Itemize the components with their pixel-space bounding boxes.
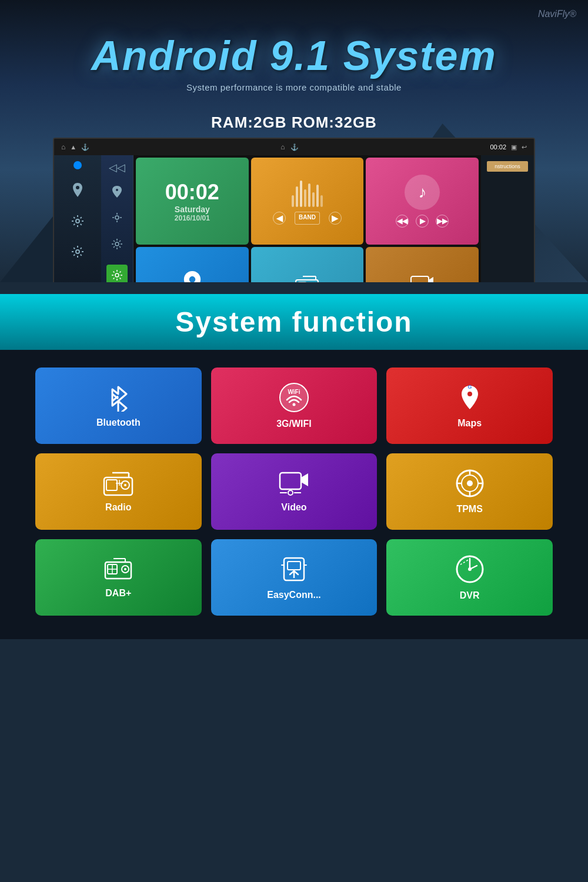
dvr-label: DVR (460, 590, 480, 601)
svg-text:G: G (467, 384, 472, 390)
status-bar-left: ⌂ ▲ ⚓ (61, 143, 89, 151)
svg-point-30 (467, 480, 473, 486)
feature-card-dvr[interactable]: DVR (386, 539, 553, 616)
svg-point-1 (76, 250, 79, 253)
tpms-icon (455, 469, 485, 498)
hero-subtitle: System performance is more compatible an… (186, 82, 402, 92)
video-feature-icon (279, 470, 309, 496)
screen-right-panel: nstructions NaviFly® (481, 155, 534, 282)
status-time: 00:02 (490, 143, 506, 151)
grid-cell-video[interactable]: Video (366, 247, 479, 282)
feature-card-tpms[interactable]: TPMS (386, 453, 553, 530)
svg-point-19 (124, 484, 126, 486)
wifi-icon-container: WiFi (279, 382, 309, 413)
screen-mockup: ⌂ ▲ ⚓ ⌂ ⚓ 00:02 ▣ ↩ (53, 138, 535, 282)
svg-rect-11 (411, 276, 429, 282)
svg-rect-40 (288, 562, 300, 570)
panel2-icon3 (111, 212, 123, 226)
screen-panel-2: ◁◁ (101, 155, 133, 282)
navi-icon (181, 271, 204, 282)
grid-cell-radio2[interactable]: Radio (251, 247, 364, 282)
music-note-circle: ♪ (405, 175, 440, 210)
screen-mockup-container: ⌂ ▲ ⚓ ⌂ ⚓ 00:02 ▣ ↩ (0, 138, 588, 282)
svg-point-43 (468, 567, 472, 571)
radio-icon (103, 470, 133, 496)
sidebar-gear-icon (68, 242, 87, 261)
instructions-badge: nstructions (487, 161, 528, 172)
feature-card-bluetooth[interactable]: Bluetooth (35, 368, 202, 444)
features-section: Bluetooth WiFi 3G/WIFI G Maps (0, 350, 588, 639)
svg-point-25 (288, 490, 293, 495)
feature-card-easyconn[interactable]: EasyConn... (211, 539, 377, 616)
specs-label: RAM:2GB ROM:32GB (211, 113, 377, 132)
status-usb-icon2: ⚓ (290, 143, 299, 151)
wifi-label: 3G/WIFI (276, 419, 312, 429)
music-controls: ◀◀ ▶ ▶▶ (396, 215, 449, 228)
svg-point-3 (115, 242, 119, 246)
svg-rect-17 (106, 480, 117, 490)
bluetooth-icon (104, 383, 132, 412)
sidebar-settings-icon (68, 212, 87, 230)
status-bar-center: ⌂ ⚓ (89, 143, 490, 151)
dab-icon (103, 556, 133, 582)
tpms-label: TPMS (456, 504, 482, 514)
wifi-icon: WiFi (279, 382, 309, 413)
easyconn-icon (279, 554, 309, 584)
svg-point-12 (280, 383, 308, 412)
clock-day: Saturday (175, 205, 210, 214)
screen-sidebar-left (54, 155, 101, 282)
screen-content: ◁◁ (54, 155, 534, 282)
svg-point-4 (115, 273, 119, 277)
sidebar-location-icon (68, 181, 87, 200)
dvr-icon (455, 554, 485, 584)
panel2-icon1: ◁◁ (109, 161, 125, 174)
svg-point-2 (115, 216, 119, 219)
brand-watermark-top: NaviFly® (538, 9, 576, 19)
svg-point-14 (292, 403, 295, 406)
feature-card-wifi[interactable]: WiFi 3G/WIFI (211, 368, 377, 444)
status-window-icon: ▣ (511, 143, 517, 151)
main-title: Android 9.1 System (91, 35, 497, 76)
clock-date: 2016/10/01 (175, 214, 210, 222)
bluetooth-label: Bluetooth (96, 417, 141, 428)
clock-time: 00:02 (165, 180, 219, 205)
hero-title-wrapper: Android 9.1 System (91, 35, 497, 76)
video-icon (410, 274, 435, 282)
grid-cell-clock: 00:02 Saturday 2016/10/01 (136, 158, 249, 245)
grid-cell-navi[interactable]: Navi (136, 247, 249, 282)
status-usb-icon: ⚓ (81, 143, 89, 151)
status-bar: ⌂ ▲ ⚓ ⌂ ⚓ 00:02 ▣ ↩ (54, 139, 534, 155)
panel2-green-gear (106, 265, 128, 282)
features-grid: Bluetooth WiFi 3G/WIFI G Maps (35, 368, 553, 616)
status-back-icon: ↩ (522, 143, 527, 151)
radio-controls: ◀ BAND ▶ (273, 212, 342, 225)
svg-point-36 (124, 568, 126, 570)
hero-section: NaviFly® Android 9.1 System System perfo… (0, 0, 588, 282)
svg-point-0 (76, 219, 79, 223)
radio-feature-label: Radio (105, 502, 131, 513)
radio-icon-2 (295, 274, 319, 282)
panel2-icon2 (111, 186, 123, 200)
system-function-title: System function (0, 306, 588, 338)
status-triangle-icon: ▲ (70, 143, 76, 151)
feature-card-dab[interactable]: DAB+ (35, 539, 202, 616)
maps-label: Maps (457, 418, 482, 429)
dab-label: DAB+ (105, 588, 131, 599)
radio-waveform (292, 178, 323, 207)
status-bar-icon2: ⌂ (280, 143, 285, 151)
svg-rect-24 (280, 473, 301, 489)
panel2-icon4 (111, 238, 123, 253)
easyconn-label: EasyConn... (267, 590, 321, 600)
feature-card-video[interactable]: Video (211, 453, 377, 530)
svg-text:WiFi: WiFi (288, 389, 300, 395)
grid-cell-radio: ◀ BAND ▶ (251, 158, 364, 245)
video-feature-label: Video (281, 502, 306, 513)
system-function-banner: System function (0, 294, 588, 350)
maps-icon: G (455, 383, 485, 412)
grid-cell-music: ♪ ◀◀ ▶ ▶▶ (366, 158, 479, 245)
feature-card-radio[interactable]: Radio (35, 453, 202, 530)
sidebar-dot (74, 161, 82, 169)
status-bar-right: 00:02 ▣ ↩ (490, 143, 527, 151)
status-home-icon: ⌂ (61, 143, 65, 151)
feature-card-maps[interactable]: G Maps (386, 368, 553, 444)
